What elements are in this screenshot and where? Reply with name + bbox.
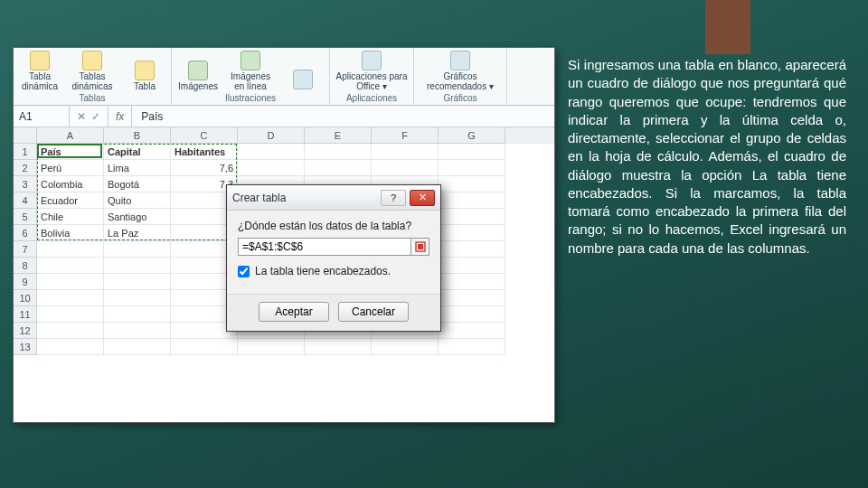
cell[interactable]: [104, 290, 171, 306]
cell[interactable]: País: [37, 144, 104, 160]
cell[interactable]: [439, 323, 505, 339]
col-header[interactable]: F: [372, 127, 439, 144]
cell[interactable]: [37, 306, 104, 323]
formula-cancel-icon[interactable]: ✕: [77, 110, 86, 123]
cell[interactable]: Habitantes: [171, 144, 238, 160]
cell[interactable]: [439, 144, 505, 160]
row-header[interactable]: 8: [14, 258, 37, 274]
col-header[interactable]: E: [305, 127, 372, 144]
row-header[interactable]: 6: [14, 225, 37, 241]
name-box[interactable]: A1: [14, 106, 70, 127]
row-header[interactable]: 9: [14, 274, 37, 290]
cell[interactable]: [37, 274, 104, 290]
cell[interactable]: [439, 241, 505, 258]
cell[interactable]: [37, 241, 104, 258]
row-header[interactable]: 12: [14, 323, 37, 339]
fx-icon[interactable]: fx: [108, 106, 132, 127]
cell[interactable]: [439, 339, 505, 355]
row-header[interactable]: 4: [14, 192, 37, 209]
ok-button[interactable]: Aceptar: [259, 302, 329, 322]
ribbon-btn-shapes[interactable]: [282, 70, 324, 91]
range-input[interactable]: [238, 238, 411, 256]
row-header[interactable]: 10: [14, 290, 37, 306]
cell[interactable]: [439, 290, 505, 306]
col-header[interactable]: G: [439, 127, 505, 144]
cell[interactable]: Capital: [104, 144, 171, 160]
col-header[interactable]: B: [104, 127, 171, 144]
cell[interactable]: [439, 306, 505, 323]
ribbon-btn-graficos[interactable]: Gráficos recomendados ▾: [420, 51, 501, 91]
cell[interactable]: [305, 144, 372, 160]
col-header[interactable]: C: [171, 127, 238, 144]
cell[interactable]: Santiago: [104, 209, 171, 225]
cell[interactable]: [372, 144, 439, 160]
ribbon-btn-tablas-dinamicas[interactable]: Tablas dinámicas: [71, 51, 113, 91]
cell[interactable]: [238, 339, 305, 355]
cell[interactable]: [238, 160, 305, 176]
cell[interactable]: [104, 258, 171, 274]
row-header[interactable]: 1: [14, 144, 37, 160]
cell[interactable]: Bolivia: [37, 225, 104, 241]
col-header[interactable]: D: [238, 127, 305, 144]
ribbon-group-ilustraciones: Imágenes Imágenes en línea Ilustraciones: [172, 48, 330, 105]
cell[interactable]: [171, 339, 238, 355]
cell[interactable]: Quito: [104, 192, 171, 209]
ribbon-btn-imagenes-en-linea[interactable]: Imágenes en línea: [230, 51, 271, 91]
cell[interactable]: [372, 160, 439, 176]
cell[interactable]: [37, 290, 104, 306]
col-header[interactable]: A: [37, 127, 104, 144]
svg-rect-1: [418, 244, 423, 249]
cell[interactable]: [37, 258, 104, 274]
cell[interactable]: Ecuador: [37, 192, 104, 209]
slide-accent: [705, 0, 750, 54]
row-header[interactable]: 13: [14, 339, 37, 355]
cell[interactable]: [37, 323, 104, 339]
ribbon-group-graficos: Gráficos recomendados ▾ Gráficos: [414, 48, 507, 105]
cell[interactable]: [37, 339, 104, 355]
cell[interactable]: [104, 306, 171, 323]
row-header[interactable]: 7: [14, 241, 37, 258]
ribbon-btn-tabla[interactable]: Tabla: [124, 61, 165, 92]
cell[interactable]: [439, 225, 505, 241]
cell[interactable]: [305, 160, 372, 176]
cell[interactable]: [104, 339, 171, 355]
ribbon-btn-tabla-dinamica[interactable]: Tabla dinámica: [19, 51, 61, 91]
cell[interactable]: [439, 160, 505, 176]
cancel-button[interactable]: Cancelar: [338, 302, 409, 322]
select-all-corner[interactable]: [14, 127, 37, 144]
cell[interactable]: [439, 176, 505, 192]
cell[interactable]: Lima: [104, 160, 171, 176]
formula-input[interactable]: País: [132, 110, 172, 123]
cell[interactable]: [372, 339, 439, 355]
row-header[interactable]: 3: [14, 176, 37, 192]
cell[interactable]: Colombia: [37, 176, 104, 192]
headers-checkbox[interactable]: [238, 266, 250, 277]
cell[interactable]: [238, 144, 305, 160]
cell[interactable]: [104, 241, 171, 258]
headers-checkbox-row[interactable]: La tabla tiene encabezados.: [238, 265, 429, 277]
cell[interactable]: [439, 209, 505, 225]
range-picker-icon[interactable]: [411, 238, 429, 256]
cell[interactable]: Bogotá: [104, 176, 171, 192]
cell[interactable]: 7,6: [171, 160, 238, 176]
cell[interactable]: [439, 258, 505, 274]
formula-bar: A1 ✕ ✓ fx País: [14, 106, 554, 127]
ribbon-group-tablas: Tabla dinámica Tablas dinámicas Tabla Ta…: [14, 48, 172, 105]
dialog-close-button[interactable]: ✕: [410, 190, 435, 206]
cell[interactable]: [439, 192, 505, 209]
cell[interactable]: Chile: [37, 209, 104, 225]
cell[interactable]: [104, 274, 171, 290]
formula-enter-icon[interactable]: ✓: [91, 110, 100, 123]
ribbon-btn-imagenes[interactable]: Imágenes: [177, 61, 219, 92]
row-header[interactable]: 5: [14, 209, 37, 225]
row-header[interactable]: 11: [14, 306, 37, 323]
cell[interactable]: Perú: [37, 160, 104, 176]
dialog-help-button[interactable]: ?: [381, 190, 406, 206]
cell[interactable]: La Paz: [104, 225, 171, 241]
ribbon-btn-aplicaciones[interactable]: Aplicaciones para Office ▾: [335, 51, 408, 91]
cell[interactable]: [305, 339, 372, 355]
cell[interactable]: [439, 274, 505, 290]
dialog-titlebar[interactable]: Crear tabla ? ✕: [227, 185, 440, 211]
cell[interactable]: [104, 323, 171, 339]
row-header[interactable]: 2: [14, 160, 37, 176]
